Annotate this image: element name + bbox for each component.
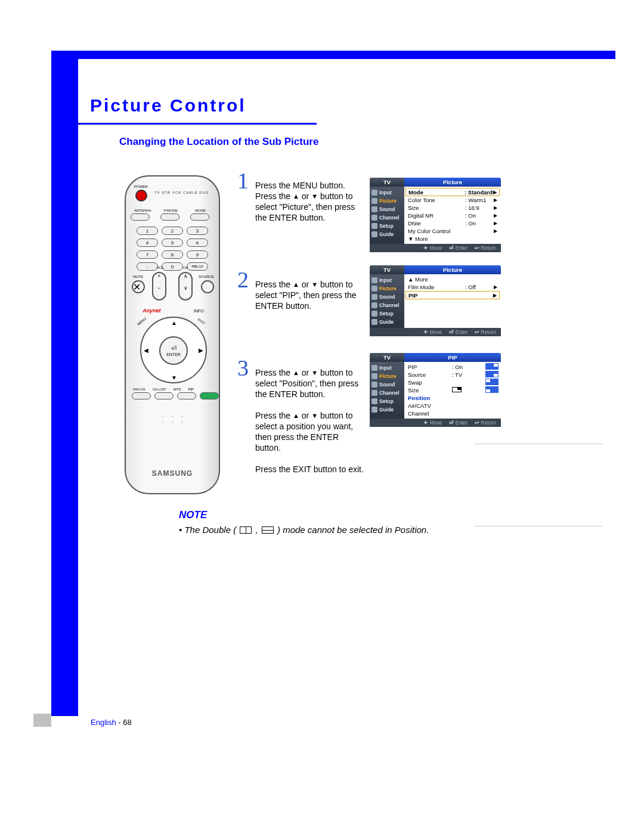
osd-sidebar-item: Channel	[370, 213, 404, 222]
osd-title-tab: PIP	[404, 353, 501, 362]
mode-row-label: TV STB VCR CABLE DVD	[154, 191, 209, 194]
decorative-dots: ○ ○ ○○ ○ ○	[162, 414, 187, 425]
num-7: 7	[137, 250, 158, 259]
up-arrow-icon: ▲	[293, 279, 299, 290]
step-2: 2 Press the ▲ or ▼ button to select "PIP…	[237, 279, 366, 311]
step-text: or	[299, 368, 311, 377]
osd-footer: ✦ Move⏎ Enter↩ Return	[370, 244, 501, 252]
anynet-label: Anynet	[143, 308, 161, 314]
mute-button: ✕	[132, 280, 145, 293]
prech-button: PRE-CH	[187, 262, 208, 271]
osd-panel: ▲ MoreFilm Mode: Off▶PIP▶	[404, 274, 501, 328]
antenna-button	[131, 213, 150, 221]
num-6: 6	[187, 238, 208, 247]
exit-label: EXIT	[197, 317, 206, 325]
osd-menu-row: Color Tone: Warm1▶	[405, 196, 500, 204]
left-tab	[33, 714, 51, 727]
chevron-right-icon: ▶	[493, 190, 497, 195]
section-title: Picture Control	[90, 95, 305, 116]
note-title: NOTE	[179, 509, 555, 521]
osd-menu-row: PIP: On	[405, 363, 483, 371]
osd-menu-row: Digital NR: On▶	[405, 212, 500, 219]
osd-sidebar-item: Sound	[370, 205, 404, 213]
osd-menu-row: Film Mode: Off▶	[405, 283, 500, 291]
page-footer: English - 68	[91, 718, 132, 727]
osd-sidebar-icon	[371, 198, 377, 204]
osd-sidebar-icon	[371, 286, 377, 292]
down-arrow-icon: ▼	[311, 367, 318, 378]
chevron-right-icon: ▶	[494, 228, 497, 234]
down-arrow-icon: ▼	[311, 410, 318, 421]
info-label: INFO	[194, 309, 204, 313]
up-arrow-icon: ▲	[293, 367, 299, 378]
osd-menu-row: Air/CATV	[405, 402, 483, 410]
osd-sidebar: InputPictureSoundChannelSetupGuide	[370, 362, 404, 419]
step-number: 1	[237, 175, 249, 186]
osd-sidebar-item: Picture	[370, 197, 404, 205]
osd-sidebar-item: Input	[370, 188, 404, 197]
step-1: 1 Press the MENU button. Press the ▲ or …	[237, 180, 366, 223]
step-text: or	[299, 280, 311, 289]
step-number: 2	[237, 274, 249, 285]
chevron-right-icon: ▶	[494, 197, 497, 203]
pmode-label: P.MODE	[164, 209, 178, 212]
osd-sidebar-item: Sound	[370, 380, 404, 389]
num-8: 8	[162, 250, 183, 259]
note-text: • The Double ( , ) mode cannot be select…	[179, 525, 555, 535]
osd-panel: Mode: Standard▶Color Tone: Warm1▶Size: 1…	[404, 187, 501, 244]
step-text: Press the	[255, 368, 293, 377]
step-3: 3 Press the ▲ or ▼ button to select "Pos…	[237, 367, 366, 475]
osd-sidebar-icon	[371, 390, 377, 396]
osd-menu-row: PIP▶	[405, 291, 500, 299]
bottom-labels: FAV.CH CH.LIST MTS PIP	[133, 388, 194, 391]
osd-sidebar-icon	[371, 294, 377, 300]
function-pill-row	[131, 213, 209, 221]
osd-menu-row: Size	[405, 386, 483, 394]
osd-footer: ✦ Move⏎ Enter↩ Return	[370, 328, 501, 336]
pip-button	[200, 392, 219, 399]
chevron-right-icon: ▶	[494, 213, 497, 218]
osd-menu-pip: TVPIPInputPictureSoundChannelSetupGuideP…	[370, 353, 501, 427]
up-arrow-icon: ▲	[293, 191, 299, 202]
num-dash: -	[137, 262, 158, 271]
osd-sidebar-item: Input	[370, 364, 404, 372]
chevron-right-icon: ▶	[493, 293, 497, 298]
num-0: 0	[162, 262, 183, 271]
osd-title-tab: Picture	[404, 178, 501, 187]
osd-title-tab: Picture	[404, 265, 501, 274]
step-text: Press the EXIT button to exit.	[255, 464, 364, 474]
step-text: Press the	[255, 280, 293, 289]
power-label: POWER	[134, 185, 148, 188]
ch-rocker: ∧∨	[178, 272, 193, 300]
osd-sidebar-item: Input	[370, 276, 404, 284]
numpad: 1 2 3 4 5 6 7 8 9 - 0 PRE-CH	[137, 227, 208, 271]
num-5: 5	[162, 238, 183, 247]
up-arrow-icon: ▲	[293, 410, 299, 421]
position-grid	[485, 363, 500, 417]
osd-sidebar-item: Channel	[370, 389, 404, 397]
mute-label: MUTE	[133, 275, 143, 278]
divider	[475, 444, 603, 444]
down-arrow-icon: ▼	[311, 279, 318, 290]
osd-menu-picture-1: TVPictureInputPictureSoundChannelSetupGu…	[370, 178, 501, 252]
osd-sidebar-item: Sound	[370, 293, 404, 301]
osd-sidebar-item: Picture	[370, 284, 404, 293]
osd-sidebar-icon	[371, 206, 377, 212]
chevron-right-icon: ▶	[494, 221, 497, 226]
step-text: Press the	[255, 411, 293, 420]
dpad-down-icon: ▼	[171, 374, 177, 381]
step-number: 3	[237, 363, 249, 373]
ch-label: CH	[183, 266, 188, 269]
power-button	[135, 190, 147, 202]
dpad-right-icon: ▶	[199, 347, 203, 354]
osd-menu-row: Position	[405, 394, 483, 402]
chevron-right-icon: ▶	[494, 205, 497, 210]
osd-sidebar-item: Setup	[370, 222, 404, 230]
subheading: Changing the Location of the Sub Picture	[119, 136, 318, 148]
pmode-button	[160, 213, 179, 221]
num-3: 3	[187, 227, 208, 235]
top-border	[51, 51, 615, 59]
osd-sidebar-item: Guide	[370, 230, 404, 238]
osd-sidebar-item: Guide	[370, 318, 404, 326]
menu-label: MENU	[137, 317, 147, 326]
